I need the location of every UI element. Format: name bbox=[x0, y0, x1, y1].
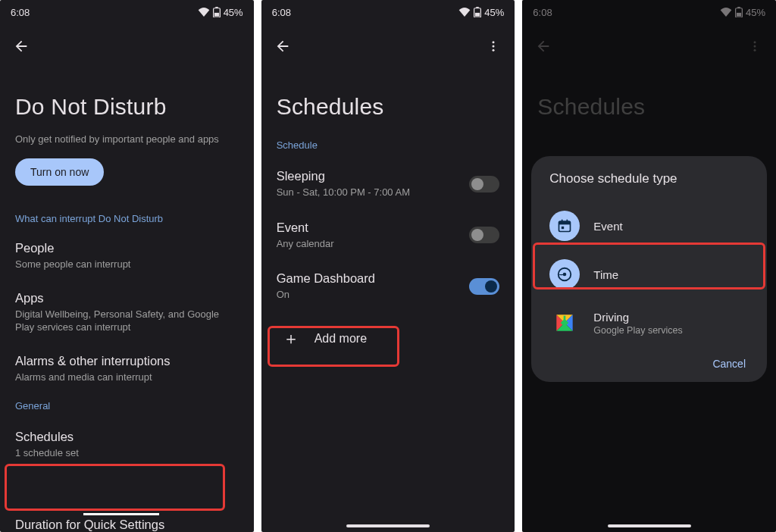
page-title: Schedules bbox=[261, 64, 515, 133]
schedule-event[interactable]: Event Any calendar bbox=[261, 210, 515, 261]
alarms-sub: Alarms and media can interrupt bbox=[15, 371, 239, 384]
app-bar bbox=[0, 21, 254, 64]
section-label-interrupt: What can interrupt Do Not Disturb bbox=[0, 207, 254, 232]
people-title: People bbox=[15, 241, 239, 255]
add-more-button[interactable]: ＋ Add more bbox=[268, 318, 509, 359]
schedules-item[interactable]: Schedules 1 schedule set bbox=[0, 419, 254, 472]
svg-point-6 bbox=[493, 41, 495, 43]
screen-schedule-type-dialog: 6:08 45% Schedules Choose schedule type … bbox=[522, 0, 776, 532]
screen-do-not-disturb: 6:08 45% Do Not Disturb Only get notifie… bbox=[0, 0, 254, 532]
schedule-game-dashboard[interactable]: Game Dashboard On bbox=[261, 261, 515, 312]
schedules-title: Schedules bbox=[15, 430, 239, 444]
add-more-label: Add more bbox=[314, 332, 367, 346]
google-play-services-icon bbox=[549, 308, 580, 338]
status-bar: 6:08 45% bbox=[0, 0, 254, 21]
schedule-sleeping[interactable]: Sleeping Sun - Sat, 10:00 PM - 7:00 AM bbox=[261, 158, 515, 210]
schedules-sub: 1 schedule set bbox=[15, 446, 239, 460]
svg-rect-16 bbox=[559, 221, 571, 224]
schedule-type-event[interactable]: Event bbox=[545, 202, 753, 250]
back-button[interactable] bbox=[274, 37, 292, 55]
more-button[interactable] bbox=[484, 37, 502, 55]
gesture-navbar[interactable] bbox=[608, 524, 691, 527]
apps-item[interactable]: Apps Digital Wellbeing, Personal Safety,… bbox=[0, 282, 254, 345]
wifi-icon bbox=[458, 8, 471, 17]
driving-label: Driving bbox=[593, 311, 682, 324]
clock: 6:08 bbox=[272, 7, 291, 18]
alarms-title: Alarms & other interruptions bbox=[15, 354, 239, 368]
apps-sub: Digital Wellbeing, Personal Safety, and … bbox=[15, 308, 239, 334]
driving-sub: Google Play services bbox=[593, 325, 682, 336]
schedule-type-driving[interactable]: Driving Google Play services bbox=[545, 299, 753, 347]
time-label: Time bbox=[593, 268, 618, 281]
apps-title: Apps bbox=[15, 291, 239, 305]
battery-percent: 45% bbox=[484, 7, 504, 18]
section-label-general: General bbox=[0, 394, 254, 419]
wifi-icon bbox=[198, 8, 210, 17]
event-toggle[interactable] bbox=[469, 227, 499, 243]
screen-schedules: 6:08 45% Schedules Schedule Sleeping Sun… bbox=[261, 0, 515, 532]
section-label-schedule: Schedule bbox=[261, 133, 515, 158]
clock: 6:08 bbox=[11, 7, 30, 18]
svg-point-21 bbox=[563, 273, 567, 277]
calendar-icon bbox=[549, 211, 580, 241]
svg-rect-17 bbox=[562, 220, 563, 223]
time-icon bbox=[549, 259, 580, 289]
game-dashboard-toggle[interactable] bbox=[469, 278, 499, 295]
recent-apps-underline bbox=[83, 513, 159, 515]
people-item[interactable]: People Some people can interrupt bbox=[0, 232, 254, 282]
turn-on-now-button[interactable]: Turn on now bbox=[15, 158, 104, 186]
status-bar: 6:08 45% bbox=[261, 0, 515, 21]
sleeping-toggle[interactable] bbox=[469, 176, 499, 192]
battery-percent: 45% bbox=[224, 7, 243, 18]
event-sub: Any calendar bbox=[277, 237, 470, 251]
schedule-type-time[interactable]: Time bbox=[545, 250, 753, 299]
people-sub: Some people can interrupt bbox=[15, 258, 239, 271]
svg-rect-19 bbox=[562, 227, 564, 229]
sleeping-sub: Sun - Sat, 10:00 PM - 7:00 AM bbox=[277, 186, 470, 199]
svg-rect-2 bbox=[215, 7, 218, 8]
battery-icon bbox=[474, 7, 481, 17]
svg-rect-1 bbox=[214, 13, 219, 17]
svg-rect-4 bbox=[475, 13, 480, 17]
svg-point-7 bbox=[493, 45, 495, 48]
back-button[interactable] bbox=[12, 37, 30, 55]
game-dashboard-sub: On bbox=[277, 288, 470, 302]
game-dashboard-title: Game Dashboard bbox=[277, 271, 470, 286]
event-label: Event bbox=[593, 220, 622, 233]
schedule-type-dialog: Choose schedule type Event Time bbox=[531, 156, 767, 382]
svg-rect-18 bbox=[567, 220, 568, 223]
page-subtitle: Only get notified by important people an… bbox=[0, 133, 254, 158]
dialog-cancel-button[interactable]: Cancel bbox=[545, 347, 753, 371]
page-title: Do Not Disturb bbox=[0, 64, 254, 133]
app-bar bbox=[261, 21, 515, 64]
sleeping-title: Sleeping bbox=[277, 169, 470, 183]
event-title: Event bbox=[277, 221, 470, 235]
svg-rect-22 bbox=[564, 316, 566, 321]
dialog-title: Choose schedule type bbox=[545, 171, 753, 186]
svg-rect-5 bbox=[477, 7, 480, 8]
battery-icon bbox=[213, 7, 221, 17]
plus-icon: ＋ bbox=[283, 330, 299, 347]
svg-point-8 bbox=[493, 49, 495, 52]
gesture-navbar[interactable] bbox=[346, 524, 430, 527]
alarms-item[interactable]: Alarms & other interruptions Alarms and … bbox=[0, 345, 254, 395]
